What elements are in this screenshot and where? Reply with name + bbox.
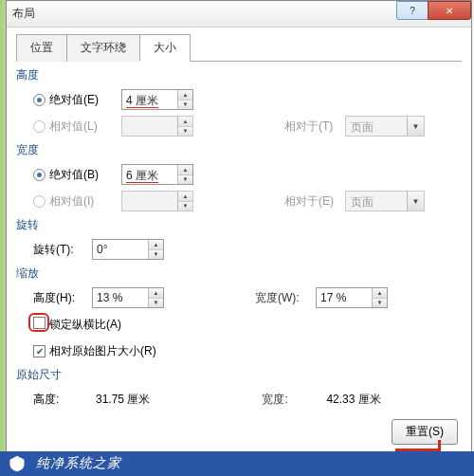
- annotation-corner: [395, 440, 441, 451]
- group-height: 高度: [16, 67, 462, 83]
- input-scale-h[interactable]: 13 % ▲▼: [92, 287, 164, 308]
- radio-width-rel[interactable]: [33, 195, 46, 208]
- spin-up-icon[interactable]: ▲: [149, 240, 163, 250]
- group-original: 原始尺寸: [16, 367, 462, 383]
- label-height-relto: 相对于(T): [284, 119, 339, 135]
- help-button[interactable]: ?: [396, 1, 428, 20]
- spin-up-icon[interactable]: ▲: [149, 288, 163, 299]
- label-width-relto: 相对于(E): [284, 193, 339, 210]
- value-orig-w: 42.33 厘米: [326, 392, 380, 408]
- group-rotation: 旋转: [16, 217, 462, 233]
- chevron-down-icon: ▼: [407, 117, 424, 136]
- input-scale-w[interactable]: 17 % ▲▼: [316, 287, 388, 308]
- watermark-footer: 纯净系统之家: [0, 451, 474, 476]
- label-width-abs: 绝对值(B): [49, 167, 112, 183]
- chevron-down-icon: ▼: [407, 192, 424, 211]
- layout-dialog: 布局 ? ✕ 位置 文字环绕 大小 高度 绝对值(E) 4 厘米 ▲▼ 相对值(…: [6, 0, 472, 453]
- spin-up-icon[interactable]: ▲: [178, 90, 192, 101]
- label-scale-w: 宽度(W):: [255, 290, 310, 306]
- input-rotation[interactable]: 0° ▲▼: [92, 239, 164, 260]
- group-width: 宽度: [16, 142, 462, 158]
- spin-up-icon[interactable]: ▲: [373, 288, 387, 299]
- spin-down-icon[interactable]: ▼: [373, 299, 387, 308]
- checkbox-lock-aspect[interactable]: [33, 317, 46, 329]
- checkbox-relative-original[interactable]: ✔: [33, 345, 46, 357]
- label-orig-w: 宽度:: [262, 392, 317, 408]
- spin-down-icon[interactable]: ▼: [149, 250, 163, 260]
- spin-down-icon[interactable]: ▼: [178, 101, 192, 110]
- group-scale: 缩放: [16, 265, 462, 282]
- logo-icon: [4, 454, 30, 473]
- label-width-rel: 相对值(I): [49, 193, 112, 210]
- label-relative-original: 相对原始图片大小(R): [49, 343, 156, 359]
- close-button[interactable]: ✕: [428, 1, 471, 20]
- tab-position[interactable]: 位置: [16, 34, 67, 62]
- label-lock-aspect: 锁定纵横比(A): [49, 317, 121, 333]
- watermark-brand: 纯净系统之家: [36, 455, 121, 472]
- label-height-abs: 绝对值(E): [49, 92, 112, 108]
- spin-down-icon[interactable]: ▼: [178, 175, 192, 185]
- spin-up-icon[interactable]: ▲: [178, 165, 192, 175]
- radio-height-abs[interactable]: [33, 94, 46, 106]
- dropdown-width-relto: 页面 ▼: [345, 191, 425, 211]
- radio-width-abs[interactable]: [33, 169, 46, 181]
- tab-textwrap[interactable]: 文字环绕: [66, 34, 140, 62]
- radio-height-rel[interactable]: [33, 120, 46, 133]
- input-height-rel: ▲▼: [121, 116, 193, 137]
- label-scale-h: 高度(H):: [33, 290, 86, 306]
- label-orig-h: 高度:: [33, 392, 86, 408]
- tab-size[interactable]: 大小: [139, 34, 191, 62]
- tabstrip: 位置 文字环绕 大小: [16, 33, 462, 62]
- input-width-rel: ▲▼: [121, 191, 193, 211]
- input-height-abs[interactable]: 4 厘米 ▲▼: [121, 89, 193, 110]
- input-width-abs[interactable]: 6 厘米 ▲▼: [121, 164, 193, 185]
- titlebar: 布局 ? ✕: [7, 1, 471, 27]
- label-rotation: 旋转(T):: [33, 242, 86, 258]
- spin-down-icon[interactable]: ▼: [149, 299, 163, 308]
- value-orig-h: 31.75 厘米: [96, 392, 150, 408]
- dropdown-height-relto: 页面 ▼: [345, 116, 425, 137]
- window-title: 布局: [12, 6, 35, 22]
- label-height-rel: 相对值(L): [49, 119, 112, 135]
